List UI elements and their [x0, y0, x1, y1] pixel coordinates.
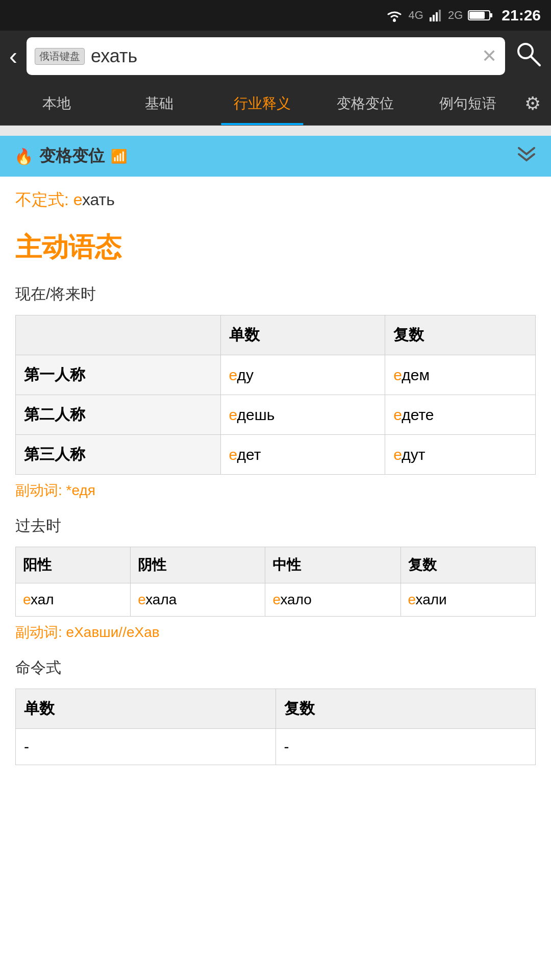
imperative-label: 命令式 [15, 657, 536, 678]
fire-icon: 🔥 [14, 148, 33, 165]
past-tense-label: 过去时 [15, 516, 536, 536]
network-2g: 2G [448, 9, 463, 22]
present-tense-table: 单数 复数 第一人称 еду едем 第二人称 едешь едете 第三人… [15, 315, 536, 475]
time-display: 21:26 [502, 7, 541, 24]
present-adverb: 副动词: *едя [15, 481, 536, 500]
singular-2: едешь [220, 395, 385, 435]
status-icons: 4G 2G [385, 8, 494, 22]
past-col-plur: 复数 [400, 547, 536, 583]
nav-tabs: 本地 基础 行业释义 变格变位 例句短语 ⚙ [0, 82, 551, 126]
infinitive-accent: е [73, 190, 82, 209]
tab-industry[interactable]: 行业释义 [211, 82, 314, 125]
singular-1: еду [220, 355, 385, 395]
svg-line-9 [531, 56, 540, 65]
table-row: 第二人称 едешь едете [16, 395, 536, 435]
signal-icon [429, 8, 443, 22]
imperative-table: 单数 复数 - - [15, 689, 536, 765]
table-row: 第三人称 едет едут [16, 435, 536, 475]
keyboard-label: 俄语键盘 [35, 48, 85, 65]
main-content: 不定式: ехать 主动语态 现在/将来时 单数 复数 第一人称 еду ед… [0, 177, 551, 782]
clear-button[interactable]: ✕ [482, 45, 497, 67]
collapse-button[interactable] [516, 145, 537, 167]
svg-rect-2 [433, 15, 435, 21]
col-header-plural: 复数 [385, 315, 536, 355]
tab-local[interactable]: 本地 [5, 82, 108, 125]
tab-example[interactable]: 例句短语 [416, 82, 519, 125]
svg-rect-6 [490, 13, 492, 17]
infinitive-label: 不定式: [15, 190, 73, 209]
past-col-neut: 中性 [265, 547, 400, 583]
plural-3: едут [385, 435, 536, 475]
past-fem: ехала [131, 583, 265, 617]
section-header-left: 🔥 变格变位 📶 [14, 145, 127, 167]
tab-conjugation[interactable]: 变格变位 [314, 82, 417, 125]
table-row: 第一人称 еду едем [16, 355, 536, 395]
back-button[interactable]: ‹ [9, 44, 17, 68]
section-divider [0, 126, 551, 136]
col-header-singular: 单数 [220, 315, 385, 355]
person-1: 第一人称 [16, 355, 221, 395]
past-neut: ехало [265, 583, 400, 617]
table-row: - - [16, 729, 536, 765]
singular-3: едет [220, 435, 385, 475]
person-3: 第三人称 [16, 435, 221, 475]
section-title: 变格变位 [39, 145, 105, 167]
past-adverb: 副动词: еХавши//еХав [15, 623, 536, 642]
status-bar: 4G 2G 21:26 [0, 0, 551, 31]
svg-rect-4 [439, 10, 441, 21]
search-button[interactable] [514, 40, 542, 73]
imp-singular: - [16, 729, 276, 765]
search-icon [514, 40, 542, 67]
battery-icon [468, 8, 493, 22]
past-tense-table: 阳性 阴性 中性 复数 ехал ехала ехало ехали [15, 547, 536, 617]
svg-rect-1 [430, 17, 432, 21]
present-tense-label: 现在/将来时 [15, 284, 536, 305]
infinitive-line: 不定式: ехать [15, 189, 536, 211]
past-col-fem: 阴性 [131, 547, 265, 583]
past-col-masc: 阳性 [16, 547, 131, 583]
infinitive-rest: хать [82, 190, 115, 209]
col-header-person [16, 315, 221, 355]
svg-rect-7 [469, 12, 485, 19]
svg-rect-3 [436, 12, 438, 21]
plural-1: едем [385, 355, 536, 395]
search-input-wrap: 俄语键盘 ✕ [27, 37, 505, 75]
imp-col-plural: 复数 [276, 689, 536, 729]
imp-col-singular: 单数 [16, 689, 276, 729]
wifi-icon [385, 8, 404, 22]
svg-point-0 [393, 19, 396, 22]
search-bar: ‹ 俄语键盘 ✕ [0, 31, 551, 82]
section-header[interactable]: 🔥 变格变位 📶 [0, 136, 551, 177]
imp-plural: - [276, 729, 536, 765]
search-input[interactable] [91, 45, 475, 67]
voice-title: 主动语态 [15, 230, 536, 265]
person-2: 第二人称 [16, 395, 221, 435]
chevron-down-icon [516, 147, 537, 162]
wifi-small-icon: 📶 [111, 149, 127, 164]
network-label: 4G [409, 9, 423, 22]
settings-button[interactable]: ⚙ [519, 93, 546, 114]
past-plur: ехали [400, 583, 536, 617]
tab-basic[interactable]: 基础 [108, 82, 211, 125]
table-row: ехал ехала ехало ехали [16, 583, 536, 617]
past-masc: ехал [16, 583, 131, 617]
plural-2: едете [385, 395, 536, 435]
